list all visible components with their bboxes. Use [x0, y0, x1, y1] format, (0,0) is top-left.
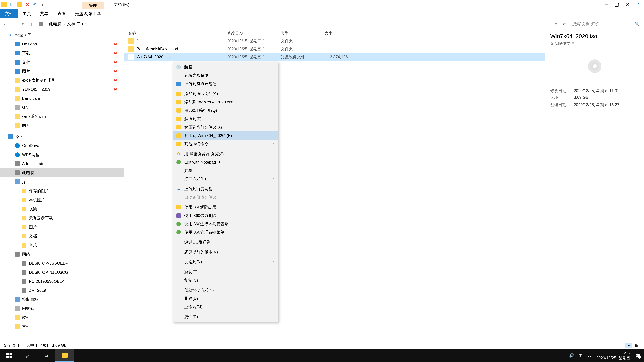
chevron-right-icon[interactable]: ›	[44, 22, 48, 26]
tray-overflow-icon[interactable]: ˄	[562, 353, 564, 358]
tree-item[interactable]: 图片	[0, 121, 124, 130]
ribbon-tab-disc-tools[interactable]: 光盘映像工具	[70, 9, 105, 18]
tree-item[interactable]: 音乐	[0, 241, 124, 250]
ctx-create-shortcut[interactable]: 创建快捷方式(S)	[173, 286, 278, 294]
tree-item[interactable]: 图片	[0, 223, 124, 232]
chevron-right-icon[interactable]: ›	[84, 22, 88, 26]
tree-item[interactable]: Bandicam	[0, 94, 124, 103]
tree-item[interactable]: OneDrive	[0, 141, 124, 150]
ribbon-file-tab[interactable]: 文件	[0, 9, 18, 18]
tree-item[interactable]: excel表格制作求和📌	[0, 76, 124, 85]
tree-control-panel[interactable]: 控制面板	[0, 295, 124, 304]
action-center-icon[interactable]: 💬3	[635, 353, 640, 358]
tree-item[interactable]: Administrator	[0, 159, 124, 168]
ctx-qq-send[interactable]: 通过QQ发送到	[173, 238, 278, 246]
ctx-open-with[interactable]: 打开方式(H)›	[173, 175, 278, 183]
search-button[interactable]: ⌕	[18, 349, 37, 362]
tree-item[interactable]: 下载📌	[0, 49, 124, 58]
ctx-honey-browser[interactable]: ✿用 蜂蜜浏览器 浏览(3)	[173, 150, 278, 158]
tree-item[interactable]: 保存的图片	[0, 186, 124, 195]
nav-tree[interactable]: ★快速访问 Desktop📌 下载📌 文档📌 图片📌 excel表格制作求和📌 …	[0, 29, 124, 341]
qat-delete-icon[interactable]: ✕	[24, 2, 30, 7]
ctx-add-archive[interactable]: 添加到压缩文件(A)...	[173, 89, 278, 98]
ime-indicator[interactable]: 中	[579, 353, 583, 358]
ctx-extract-here[interactable]: 解压到当前文件夹(X)	[173, 123, 278, 131]
qat-dropdown-icon[interactable]: ▾	[40, 2, 45, 7]
tree-item[interactable]: 文档📌	[0, 58, 124, 67]
tree-quick-access[interactable]: ★快速访问	[0, 30, 124, 39]
ctx-baidu-upload[interactable]: ☁上传到百度网盘	[173, 185, 278, 193]
tree-item[interactable]: 视频	[0, 204, 124, 214]
ribbon-tab-view[interactable]: 查看	[53, 9, 70, 18]
tree-this-pc[interactable]: 此电脑	[0, 168, 124, 177]
refresh-button[interactable]: ⟳	[561, 22, 568, 26]
view-icons-button[interactable]: ▦	[632, 343, 640, 348]
contextual-tab-manage[interactable]: 管理	[82, 2, 104, 9]
address-breadcrumb[interactable]: › 此电脑 › 文档 (E:) › ▾	[37, 20, 559, 28]
explorer-taskbar-button[interactable]	[55, 349, 74, 362]
file-row-selected[interactable]: Win7x64_2020.iso2020/12/25, 星期五 1...光盘映像…	[124, 53, 545, 61]
tree-item[interactable]: PC-20190530OBLA	[0, 277, 124, 286]
file-row[interactable]: 12020/12/15, 星期二 1...文件夹	[124, 37, 545, 45]
ctx-youdao[interactable]: 上传到有道云笔记	[173, 80, 278, 88]
ctx-other-archive[interactable]: 其他压缩命令›	[173, 140, 278, 148]
ctx-share[interactable]: ⇪共享	[173, 166, 278, 175]
tree-item[interactable]: Desktop📌	[0, 39, 124, 49]
tree-item[interactable]: ZMT2019	[0, 286, 124, 295]
col-date[interactable]: 修改日期	[227, 30, 281, 36]
tree-item[interactable]: G:\	[0, 103, 124, 112]
address-dropdown-icon[interactable]: ▾	[555, 22, 557, 26]
context-menu[interactable]: 💿装载 刻录光盘映像 上传到有道云笔记 添加到压缩文件(A)... 添加到 "W…	[173, 62, 278, 322]
tree-item[interactable]: win7重装win7	[0, 112, 124, 121]
tree-item[interactable]: 文件	[0, 322, 124, 331]
ctx-copy[interactable]: 复制(C)	[173, 276, 278, 284]
ctx-notepadpp[interactable]: Edit with Notepad++	[173, 158, 278, 166]
tree-item[interactable]: YUNQISHI2019📌	[0, 85, 124, 94]
ctx-mount[interactable]: 💿装载	[173, 63, 278, 71]
nav-up-button[interactable]: ↑	[28, 21, 35, 27]
search-box[interactable]: 搜索"文档 (E:)" 🔍	[570, 20, 642, 28]
ctx-rename[interactable]: 重命名(M)	[173, 303, 278, 311]
nav-back-button[interactable]: ←	[2, 21, 9, 27]
ctx-cut[interactable]: 剪切(T)	[173, 268, 278, 276]
nav-forward-button[interactable]: →	[11, 21, 18, 27]
tree-item[interactable]: WPS网盘	[0, 150, 124, 159]
ctx-add-zip[interactable]: 添加到 "Win7x64_2020.zip" (T)	[173, 98, 278, 106]
network-icon[interactable]: 🖧	[588, 353, 592, 358]
qat-undo-icon[interactable]: ↶	[32, 2, 38, 7]
ctx-extract-named[interactable]: 解压到 Win7x64_2020\ (E)	[173, 131, 278, 140]
ctx-burn[interactable]: 刻录光盘映像	[173, 71, 278, 80]
col-size[interactable]: 大小	[324, 30, 358, 36]
chevron-right-icon[interactable]: ›	[62, 22, 66, 26]
ctx-restore-versions[interactable]: 还原以前的版本(V)	[173, 248, 278, 256]
start-button[interactable]	[0, 349, 18, 362]
column-headers[interactable]: 名称 修改日期 类型 大小	[124, 29, 545, 37]
tree-desktop[interactable]: 桌面	[0, 132, 124, 141]
ctx-360-open[interactable]: 用360压缩打开(Q)	[173, 106, 278, 115]
nav-recent-dropdown[interactable]: ▾	[20, 22, 26, 26]
ctx-360-force-delete[interactable]: 使用 360强力删除	[173, 211, 278, 220]
ribbon-tab-home[interactable]: 主页	[18, 9, 36, 18]
volume-icon[interactable]: 🔊	[569, 353, 574, 358]
maximize-button[interactable]: ▢	[615, 2, 619, 7]
tree-item[interactable]: 软件	[0, 313, 124, 322]
breadcrumb-segment[interactable]: 文档 (E:)	[67, 21, 83, 27]
tree-network[interactable]: 网络	[0, 250, 124, 259]
clock[interactable]: 16:32 2020/12/25, 星期五	[596, 351, 630, 361]
ctx-extract-to[interactable]: 解压到(F)...	[173, 115, 278, 123]
qat-new-folder-icon[interactable]	[17, 2, 22, 7]
task-view-button[interactable]: ⧉	[37, 349, 55, 362]
tree-recycle-bin[interactable]: 回收站	[0, 304, 124, 313]
tree-item[interactable]: 天翼云盘下载	[0, 214, 124, 223]
col-type[interactable]: 类型	[281, 30, 324, 36]
breadcrumb-segment[interactable]: 此电脑	[49, 21, 61, 27]
ctx-delete[interactable]: 删除(D)	[173, 294, 278, 303]
ctx-360-manage-menu[interactable]: 使用 360管理右键菜单	[173, 228, 278, 237]
taskbar[interactable]: ⌕ ⧉ ˄ 🔊 中 🖧 16:32 2020/12/25, 星期五 💬3	[0, 349, 644, 362]
ribbon-tab-share[interactable]: 共享	[36, 9, 53, 18]
help-icon[interactable]: ?	[636, 2, 639, 7]
qat-properties-icon[interactable]: ☑	[9, 2, 14, 7]
tree-libraries[interactable]: 库	[0, 177, 124, 186]
tree-item[interactable]: DESKTOP-NJEU3CG	[0, 268, 124, 277]
tree-item[interactable]: DESKTOP-LSSOEDP	[0, 259, 124, 268]
